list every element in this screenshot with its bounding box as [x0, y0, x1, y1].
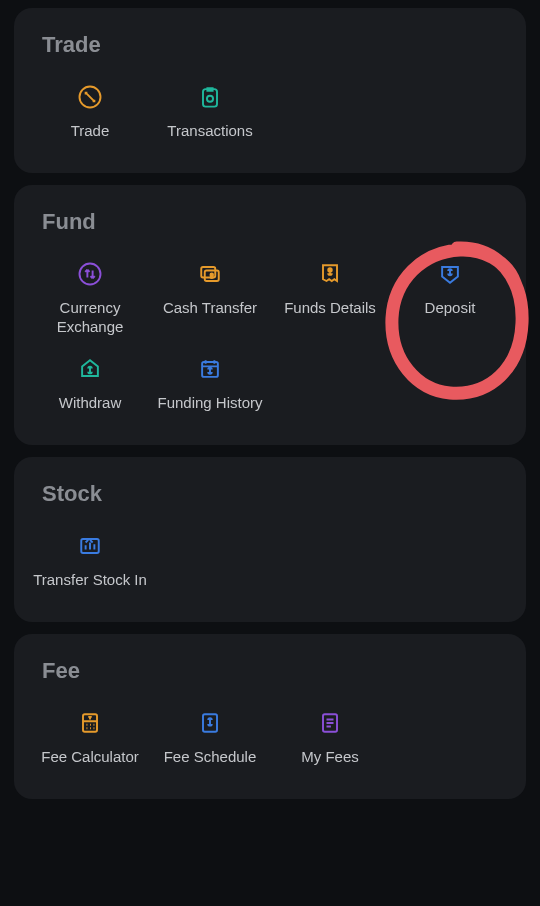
- fee-calculator-item[interactable]: Fee Calculator: [30, 704, 150, 771]
- fee-schedule-icon: [195, 708, 225, 738]
- deposit-icon: [435, 259, 465, 289]
- svg-point-2: [207, 96, 213, 102]
- fund-title: Fund: [30, 209, 510, 235]
- trade-icon: [75, 82, 105, 112]
- fee-schedule-item[interactable]: Fee Schedule: [150, 704, 270, 771]
- withdraw-item[interactable]: Withdraw: [30, 350, 150, 417]
- cash-transfer-icon: [195, 259, 225, 289]
- deposit-item[interactable]: Deposit: [390, 255, 510, 341]
- trade-item[interactable]: Trade: [30, 78, 150, 145]
- item-label: My Fees: [301, 748, 359, 767]
- item-label: Fee Schedule: [164, 748, 257, 767]
- fee-grid: Fee Calculator Fee Schedule My Fees: [30, 704, 510, 771]
- funds-details-icon: [315, 259, 345, 289]
- item-label: Transactions: [167, 122, 252, 141]
- transactions-item[interactable]: Transactions: [150, 78, 270, 145]
- calculator-icon: [75, 708, 105, 738]
- stock-grid: Transfer Stock In: [30, 527, 510, 594]
- trade-title: Trade: [30, 32, 510, 58]
- cash-transfer-item[interactable]: Cash Transfer: [150, 255, 270, 341]
- trade-grid: Trade Transactions: [30, 78, 510, 145]
- transactions-icon: [195, 82, 225, 112]
- item-label: Funding History: [157, 394, 262, 413]
- my-fees-icon: [315, 708, 345, 738]
- funding-history-icon: [195, 354, 225, 384]
- fund-section: Fund Currency Exchange Cash Transfer: [14, 185, 526, 445]
- item-label: Trade: [71, 122, 110, 141]
- fund-grid: Currency Exchange Cash Transfer Funds De…: [30, 255, 510, 417]
- item-label: Fee Calculator: [41, 748, 139, 767]
- item-label: Deposit: [425, 299, 476, 318]
- transfer-stock-in-icon: [75, 531, 105, 561]
- stock-title: Stock: [30, 481, 510, 507]
- item-label: Cash Transfer: [163, 299, 257, 318]
- item-label: Transfer Stock In: [33, 571, 147, 590]
- item-label: Funds Details: [284, 299, 376, 318]
- transfer-stock-in-item[interactable]: Transfer Stock In: [30, 527, 150, 594]
- funding-history-item[interactable]: Funding History: [150, 350, 270, 417]
- funds-details-item[interactable]: Funds Details: [270, 255, 390, 341]
- currency-exchange-item[interactable]: Currency Exchange: [30, 255, 150, 341]
- item-label: Withdraw: [59, 394, 122, 413]
- item-label: Currency Exchange: [32, 299, 148, 337]
- fee-title: Fee: [30, 658, 510, 684]
- svg-point-3: [80, 263, 101, 284]
- fee-section: Fee Fee Calculator Fee Schedule: [14, 634, 526, 799]
- trade-section: Trade Trade Transactions: [14, 8, 526, 173]
- currency-exchange-icon: [75, 259, 105, 289]
- withdraw-icon: [75, 354, 105, 384]
- stock-section: Stock Transfer Stock In: [14, 457, 526, 622]
- my-fees-item[interactable]: My Fees: [270, 704, 390, 771]
